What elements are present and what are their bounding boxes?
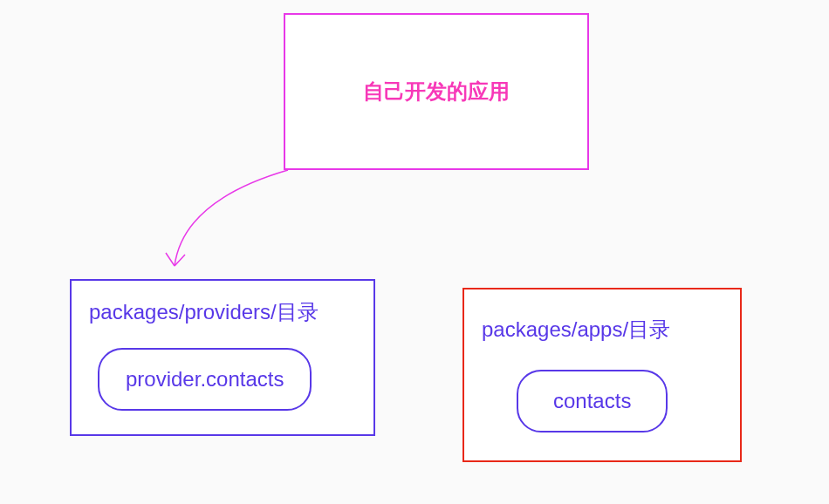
contacts-item: contacts bbox=[517, 370, 668, 432]
apps-title: packages/apps/目录 bbox=[482, 316, 723, 344]
top-application-label: 自己开发的应用 bbox=[363, 78, 510, 106]
apps-box: packages/apps/目录 contacts bbox=[462, 288, 742, 462]
providers-box: packages/providers/目录 provider.contacts bbox=[70, 279, 375, 436]
providers-title: packages/providers/目录 bbox=[89, 298, 356, 326]
top-application-box: 自己开发的应用 bbox=[284, 13, 589, 170]
arrow-connector bbox=[140, 166, 314, 288]
provider-contacts-item: provider.contacts bbox=[98, 348, 312, 411]
